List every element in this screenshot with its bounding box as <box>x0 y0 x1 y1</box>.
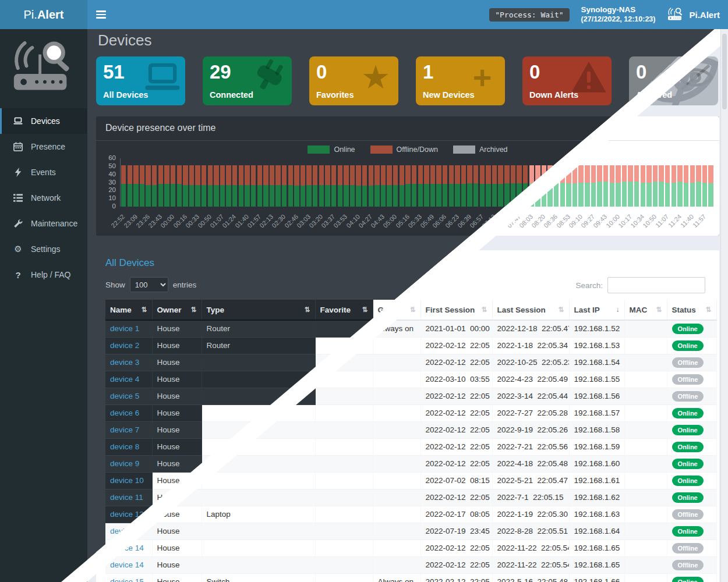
column-header-favorite[interactable]: Favorite⇅ <box>315 300 373 320</box>
device-link[interactable]: device 13 <box>110 527 144 535</box>
chart-bar <box>517 165 521 207</box>
legend-item-offline-down[interactable]: Offline/Down <box>370 146 438 154</box>
chart-bar <box>301 165 305 207</box>
device-link[interactable]: device 6 <box>110 409 139 417</box>
column-header-name[interactable]: Name⇅ <box>105 300 152 320</box>
chart-bar <box>412 165 416 207</box>
chart-bar <box>369 165 373 207</box>
column-header-status[interactable]: Status⇅ <box>667 300 716 320</box>
calendar-icon <box>13 141 23 152</box>
chart-bar <box>418 165 423 207</box>
sidebar-item-maintenance[interactable]: Maintenance <box>0 211 87 236</box>
cell-last-ip: 192.168.1.56 <box>569 388 624 404</box>
pialert-logo <box>9 38 78 102</box>
column-header-owner[interactable]: Owner⇅ <box>152 300 202 320</box>
card-archived[interactable]: 0Archived <box>629 56 718 105</box>
device-link[interactable]: device 1 <box>110 324 139 333</box>
cell-name: device 7 <box>105 421 152 438</box>
device-link[interactable]: device 2 <box>110 341 139 350</box>
cell-first-session: 2022-07-19 23:45 <box>420 523 492 540</box>
card-down-alerts[interactable]: 0Down Alerts <box>522 56 612 105</box>
column-header-last-ip[interactable]: Last IP↓ <box>569 300 624 320</box>
table-row: device 10House2022-07-02 08:152022-5-21 … <box>105 472 716 489</box>
chart-bar <box>677 165 682 207</box>
card-all-devices[interactable]: 51All Devices <box>96 56 185 105</box>
cell-favorite <box>315 438 373 455</box>
sort-icon: ⇅ <box>558 306 564 314</box>
chart-bar <box>251 165 256 207</box>
x-tick-label: 00:33 <box>184 213 200 229</box>
sort-icon: ⇅ <box>141 306 147 314</box>
sidebar-item-network[interactable]: Network <box>0 185 87 211</box>
chart-bar <box>424 165 429 207</box>
column-header-first-session[interactable]: First Session⇅ <box>420 300 492 320</box>
device-link[interactable]: device 15 <box>110 577 144 582</box>
device-link[interactable]: device 7 <box>110 425 139 434</box>
chart-bar <box>164 165 169 207</box>
cell-type: Laptop <box>202 506 315 523</box>
card-favorites[interactable]: 0★Favorites <box>309 56 398 105</box>
cell-status: Online <box>667 523 716 540</box>
device-link[interactable]: device 10 <box>110 476 144 485</box>
device-link[interactable]: device 9 <box>110 459 139 468</box>
device-link[interactable]: device 11 <box>110 493 143 502</box>
chart-bar <box>362 165 367 207</box>
search-input[interactable] <box>607 277 705 293</box>
card-new-devices[interactable]: 1+New Devices <box>416 56 505 105</box>
cell-type <box>202 404 315 421</box>
device-link[interactable]: device 12 <box>110 510 144 519</box>
cell-last-session: 2022-1-18 22:05.34 <box>492 337 569 354</box>
card-connected[interactable]: 29Connected <box>203 56 292 105</box>
column-header-mac[interactable]: MAC⇅ <box>624 300 667 320</box>
scrollbar[interactable] <box>720 29 728 582</box>
legend-item-online[interactable]: Online <box>308 146 355 154</box>
sidebar-item-help-faq[interactable]: ?Help / FAQ <box>0 262 87 288</box>
cell-favorite <box>315 540 373 556</box>
sort-icon: ⇅ <box>304 306 310 314</box>
device-link[interactable]: device 4 <box>110 375 139 384</box>
y-tick-label: 50 <box>108 162 116 169</box>
chart-legend: OnlineOffline/DownArchived <box>96 146 719 154</box>
column-label: Name <box>110 306 132 314</box>
x-tick-label: 06:39 <box>456 213 472 229</box>
sidebar-item-events[interactable]: Events <box>0 159 87 185</box>
cell-name: device 4 <box>105 371 152 388</box>
cell-status: Online <box>667 573 716 582</box>
table-row: device 4House2022-03-10 03:552022-4-23 2… <box>105 371 716 388</box>
sidebar-toggle-button[interactable] <box>87 0 114 29</box>
chart-bar <box>455 165 460 207</box>
sidebar-item-devices[interactable]: Devices <box>0 108 87 134</box>
device-link[interactable]: device 3 <box>110 358 139 367</box>
cell-status: Offline <box>667 556 716 573</box>
column-header-type[interactable]: Type⇅ <box>202 300 315 320</box>
cell-owner: House <box>152 472 202 489</box>
cell-first-session: 2022-02-12 22:05 <box>420 337 492 354</box>
status-badge: Online <box>672 425 704 435</box>
cell-name: device 2 <box>105 337 152 354</box>
sidebar-item-presence[interactable]: Presence <box>0 134 87 159</box>
cell-status: Offline <box>667 540 716 556</box>
status-badge: Online <box>672 526 704 537</box>
chart-bar <box>158 165 163 207</box>
device-link[interactable]: device 5 <box>110 392 139 400</box>
chart-bar <box>239 165 243 207</box>
scrollbar-thumb[interactable] <box>722 34 727 109</box>
cell-first-session: 2022-02-17 08:05 <box>420 506 492 523</box>
x-tick-label: 05:49 <box>419 213 435 229</box>
x-tick-label: 07:13 <box>481 213 497 229</box>
app-logo-link[interactable]: Pi.Alert <box>0 0 87 29</box>
sidebar-item-settings[interactable]: ⚙Settings <box>0 236 87 262</box>
legend-item-archived[interactable]: Archived <box>453 146 508 154</box>
chart-bar <box>202 165 206 207</box>
column-header-last-session[interactable]: Last Session⇅ <box>492 300 569 320</box>
chart-bar <box>381 165 386 207</box>
device-link[interactable]: device 14 <box>110 560 144 569</box>
pialert-logo-icon <box>667 7 684 23</box>
column-header-group[interactable]: Group⇅ <box>373 300 420 320</box>
device-link[interactable]: device 14 <box>110 544 144 552</box>
device-link[interactable]: device 8 <box>110 442 139 451</box>
chart-bar <box>140 165 144 207</box>
chart-bar <box>659 165 663 207</box>
chart-bar <box>338 165 342 207</box>
entries-select[interactable]: 100 <box>130 277 168 292</box>
